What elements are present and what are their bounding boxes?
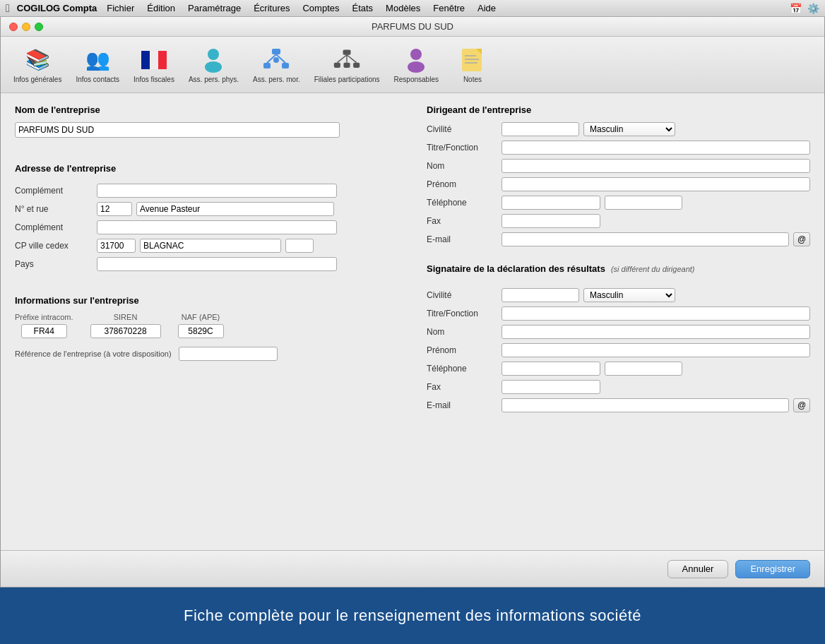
prefixe-input[interactable] <box>21 324 67 338</box>
email2-input[interactable] <box>501 398 789 412</box>
cancel-button[interactable]: Annuler <box>667 560 729 578</box>
svg-point-3 <box>208 49 219 60</box>
num-input[interactable] <box>97 202 132 216</box>
person-phys-icon <box>199 46 227 74</box>
naf-input[interactable] <box>178 324 224 338</box>
toolbar-infos-fiscales[interactable]: Infos fiscales <box>128 43 180 87</box>
svg-point-4 <box>205 61 222 73</box>
toolbar-responsables[interactable]: Responsables <box>388 43 444 87</box>
fax1-label: Fax <box>427 216 497 226</box>
telephone1-input2[interactable] <box>605 196 682 210</box>
title-bar: PARFUMS DU SUD <box>1 17 824 37</box>
complement2-row: Complément <box>15 220 398 234</box>
prenom2-row: Prénom <box>427 343 810 357</box>
company-name-input[interactable] <box>15 122 340 138</box>
prenom1-row: Prénom <box>427 177 810 191</box>
civilite1-input[interactable] <box>501 122 579 136</box>
menu-aide[interactable]: Aide <box>472 1 501 15</box>
rue-input[interactable] <box>136 202 334 216</box>
email2-row: E-mail @ <box>427 398 810 412</box>
company-name-row <box>15 122 398 138</box>
menu-bar:  COGILOG Compta Fichier Édition Paramét… <box>0 0 825 17</box>
menu-etats[interactable]: États <box>346 1 379 15</box>
svg-point-18 <box>410 49 422 60</box>
cedex-input[interactable] <box>285 239 314 253</box>
prenom2-input[interactable] <box>501 343 810 357</box>
toolbar-label-4: Ass. pers. mor. <box>253 76 300 84</box>
toolbar-ass-phys[interactable]: Ass. pers. phys. <box>183 43 244 87</box>
telephone2-input2[interactable] <box>605 362 682 376</box>
ville-input[interactable] <box>140 239 281 253</box>
save-button[interactable]: Enregistrer <box>735 560 810 578</box>
num-rue-row: N° et rue <box>15 202 398 216</box>
nom2-label: Nom <box>427 327 497 337</box>
svg-line-15 <box>347 54 357 62</box>
svg-rect-7 <box>282 63 289 68</box>
menu-fenetre[interactable]: Fenêtre <box>427 1 470 15</box>
toolbar-ass-mor[interactable]: Ass. pers. mor. <box>247 43 306 87</box>
complement1-input[interactable] <box>97 184 337 198</box>
complement1-row: Complément <box>15 184 398 198</box>
telephone2-label: Téléphone <box>427 364 497 374</box>
toolbar-label-6: Responsables <box>394 76 439 84</box>
settings-icon[interactable]: ⚙️ <box>807 3 819 14</box>
fax2-row: Fax <box>427 380 810 394</box>
civilite2-label: Civilité <box>427 290 497 300</box>
prenom1-input[interactable] <box>501 177 810 191</box>
email1-input[interactable] <box>501 232 789 246</box>
maximize-button[interactable] <box>35 23 43 31</box>
toolbar-infos-generales[interactable]: 📚 Infos générales <box>8 43 67 87</box>
titre1-label: Titre/Fonction <box>427 143 497 153</box>
cp-row: CP ville cedex <box>15 239 398 253</box>
email1-at-button[interactable]: @ <box>793 232 810 246</box>
filiales-icon <box>333 46 361 74</box>
titre2-row: Titre/Fonction <box>427 306 810 321</box>
menu-comptes[interactable]: Comptes <box>297 1 345 15</box>
civilite2-input[interactable] <box>501 288 579 302</box>
calendar-icon[interactable]: 📅 <box>790 3 802 14</box>
svg-line-14 <box>338 54 348 62</box>
menu-edition[interactable]: Édition <box>141 1 181 15</box>
nom1-label: Nom <box>427 161 497 171</box>
nom2-input[interactable] <box>501 325 810 339</box>
siren-input[interactable] <box>90 324 161 338</box>
svg-rect-5 <box>272 49 280 54</box>
siren-label: SIREN <box>114 313 138 321</box>
toolbar-notes[interactable]: Notes <box>447 43 498 87</box>
titre2-label: Titre/Fonction <box>427 309 497 318</box>
cp-input[interactable] <box>97 239 136 253</box>
telephone1-row: Téléphone <box>427 196 810 210</box>
titre1-input[interactable] <box>501 141 810 155</box>
reference-input[interactable] <box>179 347 278 361</box>
fax1-input[interactable] <box>501 214 600 228</box>
complement2-input[interactable] <box>97 220 337 234</box>
svg-rect-1 <box>150 51 158 69</box>
civilite2-select[interactable]: Masculin Féminin <box>583 288 675 302</box>
svg-rect-20 <box>462 49 482 71</box>
telephone2-input1[interactable] <box>501 362 600 376</box>
prefixe-col: Préfixe intracom. <box>15 313 73 338</box>
telephone1-input1[interactable] <box>501 196 600 210</box>
email1-row: E-mail @ <box>427 232 810 246</box>
responsables-icon <box>402 46 430 74</box>
minimize-button[interactable] <box>22 23 30 31</box>
nom1-input[interactable] <box>501 159 810 173</box>
pays-input[interactable] <box>97 257 337 271</box>
email2-at-button[interactable]: @ <box>793 398 810 412</box>
apple-menu-icon[interactable]:  <box>6 2 10 15</box>
reference-row: Référence de l'entreprise (à votre dispo… <box>15 347 398 361</box>
menu-fichier[interactable]: Fichier <box>101 1 140 15</box>
svg-point-19 <box>408 61 425 73</box>
caption-bar: Fiche complète pour le renseignement des… <box>0 588 825 644</box>
menu-parametrage[interactable]: Paramétrage <box>182 1 247 15</box>
menu-ecritures[interactable]: Écritures <box>248 1 295 15</box>
toolbar-infos-contacts[interactable]: 👥 Infos contacts <box>70 43 125 87</box>
svg-rect-12 <box>334 62 340 67</box>
right-panel: Dirigeant de l'entreprise Civilité Mascu… <box>427 105 810 539</box>
toolbar-filiales[interactable]: Filiales participations <box>309 43 386 87</box>
close-button[interactable] <box>9 23 18 31</box>
titre2-input[interactable] <box>501 306 810 321</box>
fax2-input[interactable] <box>501 380 600 394</box>
menu-modeles[interactable]: Modèles <box>380 1 426 15</box>
civilite1-select[interactable]: Masculin Féminin <box>583 122 675 136</box>
